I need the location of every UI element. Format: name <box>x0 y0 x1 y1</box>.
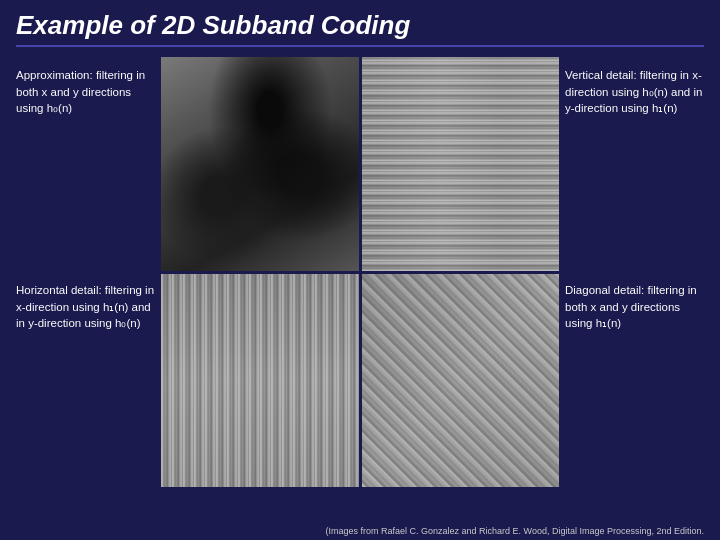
slide-title: Example of 2D Subband Coding <box>16 10 704 47</box>
content-layout: Approximation: filtering in both x and y… <box>16 57 704 487</box>
approx-image <box>161 57 359 271</box>
horiz-detail-label: Horizontal detail: filtering in x-direct… <box>16 282 157 332</box>
approx-label: Approximation: filtering in both x and y… <box>16 67 157 117</box>
label-bottom-right: Diagonal detail: filtering in both x and… <box>559 272 704 487</box>
label-bottom-left: Horizontal detail: filtering in x-direct… <box>16 272 161 487</box>
diag-detail-image <box>362 274 560 488</box>
footnote: (Images from Rafael C. Gonzalez and Rich… <box>325 526 704 536</box>
label-top-left: Approximation: filtering in both x and y… <box>16 57 161 272</box>
vertical-detail-image <box>362 57 560 271</box>
slide: Example of 2D Subband Coding Approximati… <box>0 0 720 540</box>
labels-right: Vertical detail: filtering in x-directio… <box>559 57 704 487</box>
label-top-right: Vertical detail: filtering in x-directio… <box>559 57 704 272</box>
labels-left: Approximation: filtering in both x and y… <box>16 57 161 487</box>
image-grid <box>161 57 559 487</box>
horiz-detail-image <box>161 274 359 488</box>
vert-detail-label: Vertical detail: filtering in x-directio… <box>565 67 704 117</box>
diag-detail-label: Diagonal detail: filtering in both x and… <box>565 282 704 332</box>
